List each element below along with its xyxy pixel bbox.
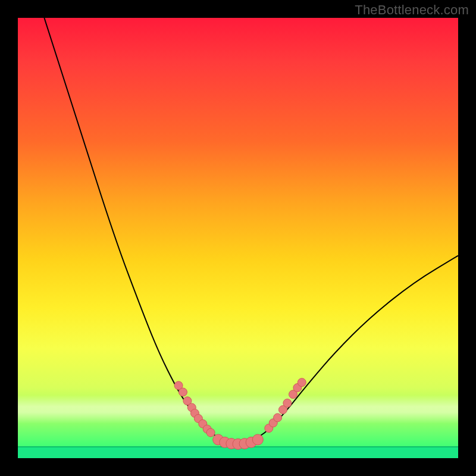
data-point: [206, 428, 215, 437]
bottom-cluster-point: [252, 434, 263, 445]
chart-frame: TheBottleneck.com: [0, 0, 476, 476]
left-dots: [174, 381, 215, 437]
data-point: [283, 399, 292, 408]
bottom-dots: [213, 434, 264, 449]
right-dots: [265, 378, 306, 433]
data-point: [274, 414, 282, 422]
watermark-text: TheBottleneck.com: [355, 2, 469, 18]
plot-area: [18, 18, 458, 458]
curve-layer: [18, 18, 458, 458]
data-point: [298, 378, 306, 387]
data-point: [179, 388, 187, 396]
left-curve: [44, 18, 224, 440]
